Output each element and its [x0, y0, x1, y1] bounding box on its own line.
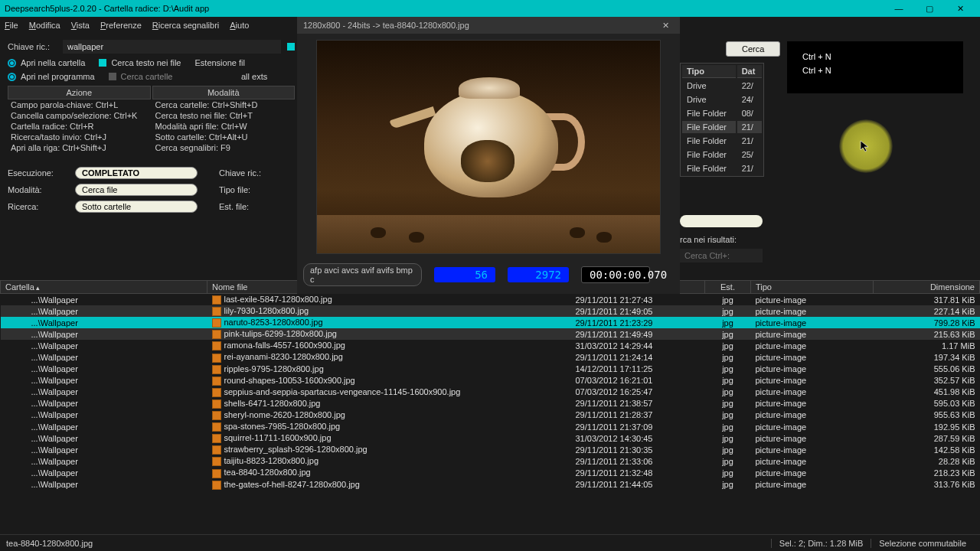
- menu-file[interactable]: File: [5, 21, 18, 30]
- window-max-button[interactable]: ▢: [914, 0, 945, 17]
- drive-type-table[interactable]: TipoDat Drive22/Drive24/File Folder08/Fi…: [680, 63, 764, 177]
- open-in-program-radio[interactable]: [8, 73, 16, 81]
- results-filter-input[interactable]: [680, 249, 763, 262]
- search-folders-check[interactable]: [109, 73, 116, 80]
- tooltip-line2: Ctrl + N: [802, 66, 948, 75]
- result-row[interactable]: ...\Wallpapersheryl-nome-2620-1280x800.j…: [1, 409, 980, 421]
- file-icon: [212, 481, 221, 490]
- result-row[interactable]: ...\Wallpaperround-shapes-10053-1600x900…: [1, 375, 980, 386]
- open-in-folder-radio[interactable]: [8, 59, 16, 67]
- menu-aiuto[interactable]: Aiuto: [230, 21, 249, 30]
- drive-row[interactable]: File Folder21/: [682, 121, 762, 133]
- result-row[interactable]: ...\Wallpaperseppius-and-seppia-spartacu…: [1, 386, 980, 398]
- result-row[interactable]: ...\Wallpapernaruto-8253-1280x800.jpg29/…: [1, 317, 980, 328]
- col-folder[interactable]: Cartella: [1, 281, 207, 294]
- menu-preferenze[interactable]: Preferenze: [100, 21, 142, 30]
- key2-label: Chiave ric.:: [219, 168, 273, 178]
- mode-value: Cerca file: [75, 184, 198, 196]
- drive-row[interactable]: File Folder21/: [682, 162, 762, 174]
- drive-row[interactable]: Drive24/: [682, 93, 762, 106]
- result-row[interactable]: ...\Wallpapershells-6471-1280x800.jpg29/…: [1, 398, 980, 409]
- result-row[interactable]: ...\Wallpaperpink-tulips-6299-1280x800.j…: [1, 328, 980, 340]
- status-toggle[interactable]: Selezione commutabile: [871, 539, 974, 548]
- col-tipo[interactable]: Tipo: [682, 65, 736, 78]
- search-key-label: Chiave ric.:: [8, 42, 57, 51]
- shortcuts-action-header: Azione: [8, 86, 151, 99]
- titlebar: Deepsearch5plus-2.0.20 - Cartella radice…: [0, 0, 980, 17]
- file-icon: [212, 307, 221, 316]
- col-type[interactable]: Tipo: [751, 281, 874, 294]
- tooltip-line1: Ctrl + N: [802, 52, 948, 61]
- file-icon: [212, 365, 221, 374]
- preview-close-button[interactable]: ✕: [658, 21, 674, 31]
- file-icon: [212, 422, 221, 432]
- file-icon: [212, 457, 221, 466]
- text-in-files-check[interactable]: [99, 59, 106, 67]
- search-button[interactable]: Cerca: [726, 41, 780, 57]
- file-icon: [212, 341, 221, 350]
- result-row[interactable]: ...\Wallpaperramona-falls-4557-1600x900.…: [1, 340, 980, 351]
- shortcut-row: Cerca segnalibri: F9: [152, 142, 296, 153]
- result-row[interactable]: ...\Wallpaperripples-9795-1280x800.jpg14…: [1, 364, 980, 375]
- results-table[interactable]: Cartella Nome file Data Modifica Est. Ti…: [0, 280, 980, 514]
- preview-title: 1280x800 - 24bits -> tea-8840-1280x800.j…: [303, 21, 469, 30]
- result-row[interactable]: ...\Wallpaperstrawberry_splash-9296-1280…: [1, 444, 980, 455]
- result-row[interactable]: ...\Wallpapertea-8840-1280x800.jpg29/11/…: [1, 467, 980, 478]
- shortcut-row: Cerca cartelle: Ctrl+Shift+D: [152, 99, 296, 110]
- menu-modifica[interactable]: Modifica: [29, 21, 60, 30]
- result-row[interactable]: ...\Wallpaperlast-exile-5847-1280x800.jp…: [1, 294, 980, 306]
- search-mode-label: Ricerca:: [8, 202, 69, 211]
- file-icon: [212, 469, 221, 478]
- search-folders-label: Cerca cartelle: [121, 72, 173, 81]
- drive-row[interactable]: Drive22/: [682, 80, 762, 92]
- filetype-label: Tipo file:: [219, 185, 273, 194]
- result-row[interactable]: ...\Wallpapersquirrel-11711-1600x900.jpg…: [1, 432, 980, 444]
- file-icon: [212, 434, 221, 443]
- col-dat[interactable]: Dat: [737, 65, 762, 78]
- open-in-folder-label: Apri nella cartella: [21, 58, 85, 67]
- file-icon: [212, 377, 221, 386]
- shortcut-tooltip: Ctrl + N Ctrl + N: [787, 41, 963, 93]
- status-file: tea-8840-1280x800.jpg: [6, 539, 93, 548]
- drive-row[interactable]: File Folder25/: [682, 148, 762, 161]
- file-icon: [212, 318, 221, 328]
- shortcut-row: Cerca testo nei file: Ctrl+T: [152, 110, 296, 121]
- menu-ricerca-segnalibri[interactable]: Ricerca segnalibri: [152, 21, 219, 30]
- result-row[interactable]: ...\Wallpaperthe-gates-of-hell-8247-1280…: [1, 479, 980, 491]
- file-icon: [212, 445, 221, 455]
- exec-label: Esecuzione:: [8, 168, 69, 178]
- shortcut-row: Campo parola-chiave: Ctrl+L: [8, 99, 151, 110]
- result-row[interactable]: ...\Wallpaperlily-7930-1280x800.jpg29/11…: [1, 305, 980, 317]
- exec-value: COMPLETATO: [75, 167, 198, 179]
- text-in-files-label: Cerca testo nei file: [111, 58, 181, 67]
- col-ext[interactable]: Est.: [705, 281, 751, 294]
- search-key-input[interactable]: [63, 40, 281, 54]
- results-filter-label: rca nei risultati:: [680, 235, 971, 244]
- app-title: Deepsearch5plus-2.0.20 - Cartella radice…: [5, 4, 209, 13]
- statusbar: tea-8840-1280x800.jpg Sel.: 2; Dim.: 1.2…: [0, 534, 980, 551]
- result-row[interactable]: ...\Wallpapertaijitu-8823-1280x800.jpg29…: [1, 455, 980, 467]
- menu-vista[interactable]: Vista: [71, 21, 90, 30]
- extfile-label: Est. file:: [219, 202, 273, 211]
- shortcut-row: Cancella campo/selezione: Ctrl+K: [8, 110, 151, 121]
- search-mode-value: Sotto cartelle: [75, 201, 198, 213]
- window-min-button[interactable]: —: [884, 0, 914, 17]
- preview-image: [316, 40, 661, 254]
- ext-list-select[interactable]: afp avci avcs avif avifs bmp c: [303, 263, 422, 286]
- ext-value[interactable]: all exts: [241, 72, 295, 81]
- file-icon: [212, 354, 221, 363]
- file-icon: [212, 399, 221, 409]
- col-size[interactable]: Dimensione: [874, 281, 980, 294]
- shortcut-row: Ricerca/tasto invio: Ctrl+J: [8, 132, 151, 142]
- cursor-icon: [859, 139, 873, 153]
- window-close-button[interactable]: ✕: [945, 0, 975, 17]
- shortcut-row: Cartella radice: Ctrl+R: [8, 121, 151, 132]
- result-row[interactable]: ...\Wallpaperrei-ayanami-8230-1280x800.j…: [1, 351, 980, 363]
- result-row[interactable]: ...\Wallpaperspa-stones-7985-1280x800.jp…: [1, 421, 980, 432]
- search-key-checkbox[interactable]: [287, 43, 295, 51]
- drive-row[interactable]: File Folder21/: [682, 135, 762, 147]
- ext-label: Estensione fil: [194, 58, 244, 67]
- drive-row[interactable]: File Folder08/: [682, 107, 762, 119]
- file-icon: [212, 388, 221, 397]
- counter-found: 56: [434, 267, 495, 282]
